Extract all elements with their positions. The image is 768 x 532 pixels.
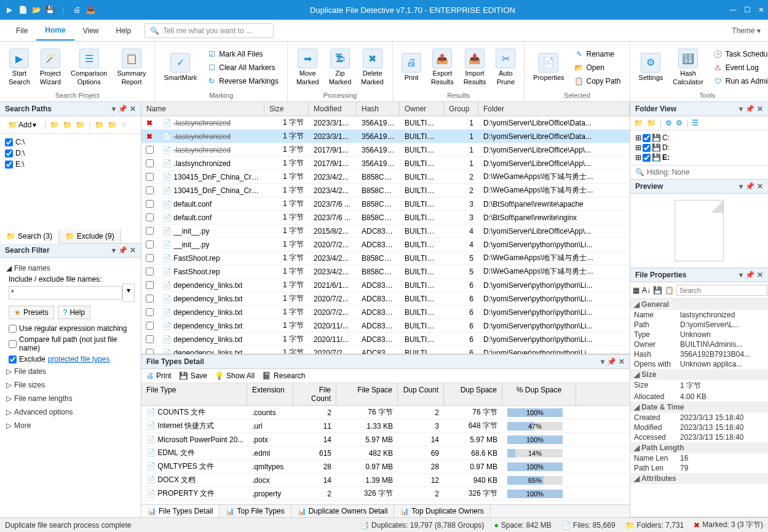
- qat-open-icon[interactable]: 📂: [31, 4, 42, 15]
- import-button[interactable]: 📥Import Results: [460, 47, 490, 87]
- close-panel-icon[interactable]: ✕: [130, 105, 136, 113]
- menu-view[interactable]: View: [74, 22, 108, 40]
- smartmark-button[interactable]: ✓SmartMark: [160, 52, 200, 83]
- auto-prune-button[interactable]: ✂Auto Prune: [492, 47, 519, 87]
- summary-report-button[interactable]: 📋Summary Report: [113, 47, 149, 87]
- category-icon[interactable]: ▦: [633, 286, 639, 295]
- table-row[interactable]: 📄 __init__.py1 字节2015/8/2...ADC83B1...BU…: [141, 224, 630, 238]
- copy-path-button[interactable]: 📋Copy Path: [572, 75, 624, 87]
- detail-row[interactable]: 📄 QMLTYPES 文件.qmltypes280.97 MB280.97 MB…: [141, 460, 630, 474]
- table-row[interactable]: 📄 FastShoot.rep1 字节2023/4/2...B858CB2...…: [141, 265, 630, 279]
- detail-research-button[interactable]: 📓Research: [262, 371, 305, 380]
- qat-play-icon[interactable]: ▶: [4, 4, 15, 15]
- qat-save-icon[interactable]: 💾: [44, 4, 55, 15]
- detail-save-button[interactable]: 💾Save: [179, 371, 207, 380]
- filter-lengths-header[interactable]: ▷ File name lengths: [6, 392, 135, 405]
- regex-checkbox[interactable]: [9, 325, 17, 333]
- tab-search[interactable]: 📁Search (3): [0, 229, 59, 244]
- fullpath-checkbox[interactable]: [9, 340, 17, 348]
- detail-tab-top[interactable]: 📊Top File Types: [220, 505, 291, 517]
- detail-row[interactable]: 📄 COUNTS 文件.counts276 字节276 字节100%: [141, 406, 630, 419]
- run-admin-button[interactable]: 🛡Run as Admin: [711, 75, 768, 87]
- tree-drive[interactable]: ⊞💾E:: [635, 153, 763, 162]
- filter-dates-header[interactable]: ▷ File dates: [6, 365, 135, 378]
- table-row[interactable]: 📄 130415_DnF_China_Creator...1 字节2023/4/…: [141, 184, 630, 197]
- project-wizard-button[interactable]: 🪄Project Wizard: [36, 47, 65, 87]
- task-scheduler-button[interactable]: 🕒Task Scheduler: [711, 48, 768, 60]
- table-row[interactable]: 📄 default.conf1 字节2023/7/6 ...B858CB2...…: [141, 211, 630, 224]
- hash-calc-button[interactable]: 🔢Hash Calculator: [669, 47, 707, 87]
- table-row[interactable]: 📄 dependency_links.txt1 字节2020/11/...ADC…: [141, 333, 630, 346]
- print-button[interactable]: 🖨Print: [398, 52, 425, 83]
- qat-export-icon[interactable]: 📤: [85, 4, 96, 15]
- table-row[interactable]: 📄 dependency_links.txt1 字节2020/7/2...ADC…: [141, 346, 630, 354]
- detail-tab-types[interactable]: 📊File Types Detail: [141, 505, 220, 517]
- save-icon[interactable]: 💾: [653, 286, 662, 295]
- help-button[interactable]: ?Help: [58, 306, 90, 319]
- table-row[interactable]: 📄 __init__.py1 字节2020/7/2...ADC83B1...BU…: [141, 238, 630, 252]
- export-button[interactable]: 📤Export Results: [427, 47, 457, 87]
- menu-home[interactable]: Home: [36, 21, 74, 41]
- include-dropdown[interactable]: ▾: [122, 284, 135, 302]
- filter-more-header[interactable]: ▷ More: [6, 419, 135, 432]
- detail-row[interactable]: 📄 EDML 文件.edml615482 KB6968.6 KB14%: [141, 447, 630, 460]
- open-button[interactable]: 📂Open: [572, 62, 624, 74]
- reverse-button[interactable]: ↻Reverse Markings: [204, 75, 281, 87]
- properties-button[interactable]: 📄Properties: [529, 52, 568, 83]
- table-row[interactable]: 📄 130415_DnF_China_Creator...1 字节2023/4/…: [141, 170, 630, 184]
- table-row[interactable]: 📄 .lastsynchronized1 字节2017/9/1...356A19…: [141, 143, 630, 157]
- drive-item[interactable]: E:\: [5, 159, 136, 170]
- presets-button[interactable]: ★Presets: [9, 306, 54, 319]
- copy-icon[interactable]: 📋: [665, 286, 674, 295]
- filter-advanced-header[interactable]: ▷ Advanced options: [6, 405, 135, 419]
- table-row[interactable]: 📄 dependency_links.txt1 字节2021/6/1...ADC…: [141, 279, 630, 292]
- protected-link[interactable]: protected file types: [48, 355, 110, 363]
- tree-drive[interactable]: ⊞💾D:: [635, 143, 763, 153]
- theme-button[interactable]: Theme ▾: [732, 26, 761, 35]
- folder-icon[interactable]: 📁: [50, 121, 59, 129]
- folder-icon[interactable]: 📁: [76, 121, 85, 129]
- rename-button[interactable]: ✎Rename: [572, 48, 624, 60]
- drive-item[interactable]: D:\: [5, 148, 136, 159]
- menu-file[interactable]: File: [7, 22, 36, 40]
- pin-icon[interactable]: 📌: [118, 105, 127, 113]
- minimize-icon[interactable]: —: [729, 6, 737, 14]
- star-icon[interactable]: ☆: [121, 121, 127, 129]
- folder-icon[interactable]: 📁: [647, 119, 656, 127]
- table-row[interactable]: 📄 dependency_links.txt1 字节2020/7/2...ADC…: [141, 306, 630, 319]
- props-search-input[interactable]: [676, 285, 767, 296]
- zip-marked-button[interactable]: 🗜Zip Marked: [325, 47, 355, 87]
- table-row[interactable]: 📄 dependency_links.txt1 字节2020/7/2...ADC…: [141, 292, 630, 306]
- table-row[interactable]: 📄 dependency_links.txt1 字节2020/11/...ADC…: [141, 319, 630, 333]
- include-input[interactable]: [9, 286, 122, 300]
- clear-all-button[interactable]: ☐Clear All Markers: [204, 62, 281, 74]
- folder-icon[interactable]: 📁: [63, 121, 72, 129]
- detail-row[interactable]: 📄 Microsoft PowerPoint 20....potx145.97 …: [141, 433, 630, 447]
- settings-button[interactable]: ⚙Settings: [635, 52, 667, 83]
- filter-filenames-header[interactable]: ◢ File names: [6, 261, 135, 275]
- detail-tab-owners[interactable]: 📊Duplicate Owners Detail: [291, 505, 395, 517]
- list-icon[interactable]: ☰: [692, 119, 699, 127]
- event-log-button[interactable]: ⚠Event Log: [711, 62, 768, 74]
- qat-print-icon[interactable]: 🖨: [71, 4, 82, 15]
- table-row[interactable]: ✖📄 .lastsynchronized1 字节2023/3/1...356A1…: [141, 116, 630, 130]
- table-row[interactable]: ✖📄 .lastsynchronized1 字节2023/3/1...356A1…: [141, 130, 630, 143]
- maximize-icon[interactable]: ☐: [744, 6, 751, 14]
- table-row[interactable]: 📄 .lastsynchronized1 字节2017/9/1...356A19…: [141, 157, 630, 170]
- qat-new-icon[interactable]: 📄: [17, 4, 28, 15]
- folder-icon[interactable]: 📁: [95, 121, 104, 129]
- filter-sizes-header[interactable]: ▷ File sizes: [6, 378, 135, 392]
- dropdown-icon[interactable]: ▾: [112, 105, 116, 113]
- delete-marked-button[interactable]: ✖Delete Marked: [357, 47, 387, 87]
- mark-all-button[interactable]: ☑Mark All Files: [204, 48, 281, 60]
- detail-tab-top-owners[interactable]: 📊Top Duplicate Owners: [394, 505, 490, 517]
- tell-me-search[interactable]: 🔍 Tell me what you want to ...: [144, 23, 274, 38]
- start-search-button[interactable]: ▶Start Search: [5, 47, 34, 87]
- gear-icon[interactable]: ⚙: [665, 119, 672, 127]
- table-row[interactable]: 📄 FastShoot.rep1 字节2023/4/2...B858CB2...…: [141, 252, 630, 265]
- move-marked-button[interactable]: ➡Move Marked: [293, 47, 323, 87]
- exclude-protected-checkbox[interactable]: [9, 355, 17, 363]
- detail-row[interactable]: 📄 Internet 快捷方式.url111.33 KB3648 字节47%: [141, 419, 630, 433]
- tab-exclude[interactable]: 📁Exclude (9): [59, 229, 121, 243]
- folder-icon[interactable]: 📁: [108, 121, 117, 129]
